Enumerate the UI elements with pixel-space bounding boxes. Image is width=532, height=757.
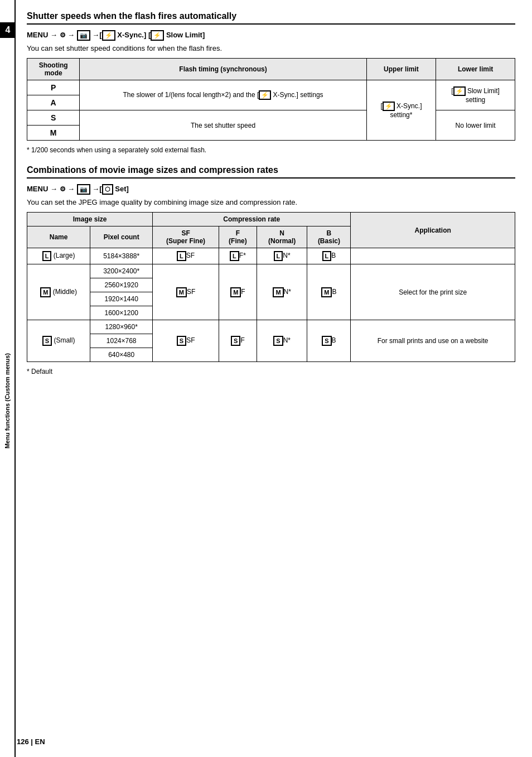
section2-footnote: * Default <box>27 368 515 375</box>
app-small: For small prints and use on a website <box>351 320 515 362</box>
size-small: S (Small) <box>27 320 90 362</box>
header-compression-rate: Compression rate <box>153 213 351 226</box>
sidebar: 4 Menu functions (Custom menus) <box>0 0 16 757</box>
section1-menu-path: MENU → ⚙ → 📷 →[⚡ X-Sync.] [⚡ Slow Limit] <box>27 30 515 41</box>
table-row: P The slower of 1/(lens focal length×2) … <box>27 80 515 95</box>
n-small: SN* <box>257 320 307 362</box>
n-large: LN* <box>257 248 307 264</box>
header-pixel-count: Pixel count <box>90 226 153 248</box>
pixel-middle-2: 2560×1920 <box>90 278 153 292</box>
upper-limit-all: [⚡ X-Sync.]setting* <box>366 80 436 141</box>
app-large <box>351 248 515 264</box>
section1-footnote: * 1/200 seconds when using a separately … <box>27 146 515 154</box>
header-f: F(Fine) <box>219 226 257 248</box>
pixel-small-1: 1280×960* <box>90 320 153 334</box>
size-large: L (Large) <box>27 248 90 264</box>
section1-table: Shootingmode Flash timing (synchronous) … <box>27 58 515 141</box>
app-middle: Select for the print size <box>351 264 515 320</box>
pixel-middle-3: 1920×1440 <box>90 292 153 306</box>
section2-table: Image size Compression rate Application … <box>27 212 515 362</box>
sf-middle: MSF <box>153 264 219 320</box>
section2-description: You can set the JPEG image quality by co… <box>27 198 515 206</box>
section2-menu-path: MENU → ⚙ → 📷 →[⬡ Set] <box>27 184 515 195</box>
header-b: B(Basic) <box>307 226 351 248</box>
header-image-size: Image size <box>27 213 153 226</box>
mode-p: P <box>27 80 80 95</box>
timing-pa: The slower of 1/(lens focal length×2) an… <box>80 80 366 110</box>
f-middle: MF <box>219 264 257 320</box>
header-name: Name <box>27 226 90 248</box>
f-small: SF <box>219 320 257 362</box>
sidebar-chapter-number: 4 <box>0 22 16 38</box>
b-middle: MB <box>307 264 351 320</box>
pixel-small-3: 640×480 <box>90 348 153 362</box>
table-row: M (Middle) 3200×2400* MSF MF MN* MB Sele… <box>27 264 515 278</box>
main-content: Shutter speeds when the flash fires auto… <box>16 0 532 757</box>
sf-large: LSF <box>153 248 219 264</box>
mode-s: S <box>27 110 80 126</box>
section1-title: Shutter speeds when the flash fires auto… <box>27 11 515 25</box>
n-middle: MN* <box>257 264 307 320</box>
header-sf: SF(Super Fine) <box>153 226 219 248</box>
b-small: SB <box>307 320 351 362</box>
timing-sm: The set shutter speed <box>80 110 366 141</box>
sidebar-label: Menu functions (Custom menus) <box>4 353 11 449</box>
section1-description: You can set shutter speed conditions for… <box>27 44 515 52</box>
size-middle: M (Middle) <box>27 264 90 320</box>
lower-limit-sm: No lower limit <box>436 110 515 141</box>
page: 4 Menu functions (Custom menus) Shutter … <box>0 0 532 757</box>
pixel-large-1: 5184×3888* <box>90 248 153 264</box>
table-row: S (Small) 1280×960* SSF SF SN* SB For sm… <box>27 320 515 334</box>
page-footer: 126 | EN <box>17 737 45 746</box>
col-header-flash-timing: Flash timing (synchronous) <box>80 59 366 80</box>
col-header-upper-limit: Upper limit <box>366 59 436 80</box>
header-n: N(Normal) <box>257 226 307 248</box>
sf-small: SSF <box>153 320 219 362</box>
pixel-middle-1: 3200×2400* <box>90 264 153 278</box>
mode-a: A <box>27 95 80 110</box>
pixel-middle-4: 1600×1200 <box>90 306 153 320</box>
table-row: L (Large) 5184×3888* LSF LF* LN* LB <box>27 248 515 264</box>
pixel-small-2: 1024×768 <box>90 334 153 348</box>
col-header-lower-limit: Lower limit <box>436 59 515 80</box>
table-row: S The set shutter speed No lower limit <box>27 110 515 126</box>
mode-m: M <box>27 126 80 141</box>
f-large: LF* <box>219 248 257 264</box>
b-large: LB <box>307 248 351 264</box>
lower-limit-pa: [⚡ Slow Limit]setting <box>436 80 515 110</box>
section2-title: Combinations of movie image sizes and co… <box>27 165 515 179</box>
header-application: Application <box>351 213 515 248</box>
col-header-shooting-mode: Shootingmode <box>27 59 80 80</box>
